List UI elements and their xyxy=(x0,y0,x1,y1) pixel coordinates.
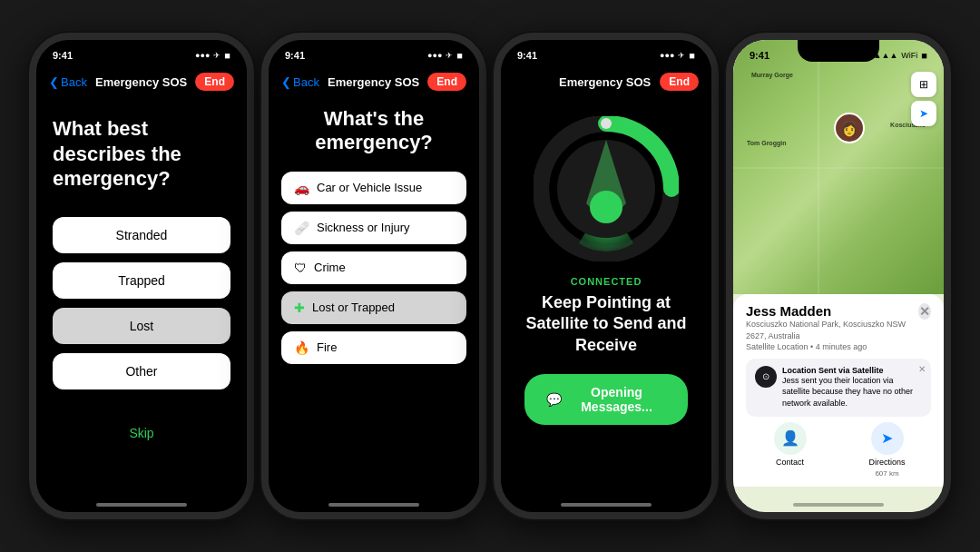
person-time: Satellite Location • 4 minutes ago xyxy=(746,341,918,353)
sickness-icon: 🩹 xyxy=(294,221,309,235)
crime-icon: 🛡 xyxy=(294,261,307,275)
chevron-left-icon: ❮ xyxy=(49,75,59,89)
map-label-tom: Tom Groggin xyxy=(747,140,786,146)
phone3-content: CONNECTED Keep Pointing at Satellite to … xyxy=(501,98,711,434)
map-area[interactable]: Murray Gorge Tom Groggin Kosciuszko 👩 ⊞ xyxy=(733,40,944,294)
option-car[interactable]: 🚗 Car or Vehicle Issue xyxy=(281,172,466,204)
time-3: 9:41 xyxy=(517,50,537,61)
messages-icon: 💬 xyxy=(546,392,562,407)
lost-trapped-icon: ✚ xyxy=(294,301,305,315)
end-button-3[interactable]: End xyxy=(660,73,699,91)
back-button-2[interactable]: ❮ Back xyxy=(281,75,319,89)
phone1-content: What best describes the emergency? Stran… xyxy=(36,98,247,449)
status-bar-4: 9:41 ▲▲▲WiFi■ xyxy=(733,40,944,65)
map-btn-location[interactable]: ➤ xyxy=(911,101,936,126)
notification-card: ⊙ Location Sent via Satellite Jess sent … xyxy=(746,359,931,417)
back-button-1[interactable]: ❮ Back xyxy=(49,75,87,89)
svg-point-5 xyxy=(590,191,622,223)
skip-link[interactable]: Skip xyxy=(53,426,230,440)
connected-text: Keep Pointing at Satellite to Send and R… xyxy=(515,292,697,356)
back-label-2: Back xyxy=(293,75,319,89)
messages-button[interactable]: 💬 Opening Messages... xyxy=(524,374,688,425)
option-sickness-label: Sickness or Injury xyxy=(317,221,410,234)
phone-4: 9:41 ▲▲▲WiFi■ Murray Gorge Tom Groggin K… xyxy=(726,33,951,519)
end-button-2[interactable]: End xyxy=(427,73,466,91)
phone-3: 9:41 ●●●✈■ Emergency SOS End xyxy=(494,33,719,519)
phone-1: 9:41 ●●●✈■ ❮ Back Emergency SOS End What… xyxy=(29,33,254,519)
fire-icon: 🔥 xyxy=(294,340,309,355)
nav-bar-3: Emergency SOS End xyxy=(501,65,711,98)
home-indicator-1 xyxy=(96,503,187,507)
location-arrow-icon: ➤ xyxy=(919,107,928,120)
map-pin: 👩 xyxy=(834,113,865,143)
question-2: What's the emergency? xyxy=(281,107,466,155)
directions-label: Directions xyxy=(868,458,905,467)
time-2: 9:41 xyxy=(285,50,305,61)
option-crime[interactable]: 🛡 Crime xyxy=(281,251,466,284)
nav-title-2: Emergency SOS xyxy=(328,75,419,89)
notification-title: Location Sent via Satellite xyxy=(782,366,922,375)
action-buttons: 👤 Contact ➤ Directions 607 km xyxy=(746,422,931,478)
notification-icon: ⊙ xyxy=(755,366,777,388)
option-stranded[interactable]: Stranded xyxy=(53,217,230,253)
time-4: 9:41 xyxy=(750,50,769,61)
person-location: Kosciuszko National Park, Kosciuszko NSW… xyxy=(746,319,918,341)
map-label-murray: Murray Gorge xyxy=(751,72,793,78)
directions-arrow-icon: ➤ xyxy=(881,429,893,447)
home-indicator-4 xyxy=(793,503,884,507)
notification-text: Jess sent you their location via satelli… xyxy=(782,375,922,409)
option-lost[interactable]: Lost xyxy=(53,308,230,344)
satellite-icon: ⊙ xyxy=(762,371,769,381)
option-other[interactable]: Other xyxy=(53,353,230,389)
back-label-1: Back xyxy=(61,75,87,89)
status-icons-4: ▲▲▲WiFi■ xyxy=(874,50,927,61)
option-car-label: Car or Vehicle Issue xyxy=(317,181,422,194)
notch-2 xyxy=(333,40,415,62)
connected-label: CONNECTED xyxy=(571,276,642,287)
contact-button[interactable]: 👤 Contact xyxy=(746,422,834,478)
contact-person-icon: 👤 xyxy=(781,429,799,447)
satellite-ring xyxy=(534,116,679,261)
map-background: Murray Gorge Tom Groggin Kosciuszko 👩 ⊞ xyxy=(733,40,944,294)
directions-icon-bg: ➤ xyxy=(871,422,904,455)
notification-close[interactable]: ✕ xyxy=(918,364,926,374)
option-fire-label: Fire xyxy=(317,340,337,354)
option-lost-trapped-label: Lost or Trapped xyxy=(312,301,395,314)
option-sickness[interactable]: 🩹 Sickness or Injury xyxy=(281,212,466,244)
status-icons-1: ●●●✈■ xyxy=(195,50,230,61)
close-button[interactable]: ✕ xyxy=(918,303,931,320)
map-buttons: ⊞ ➤ xyxy=(911,72,936,126)
option-lost-trapped[interactable]: ✚ Lost or Trapped xyxy=(281,291,466,324)
directions-distance: 607 km xyxy=(875,469,898,478)
map-btn-layers[interactable]: ⊞ xyxy=(911,72,936,97)
directions-button[interactable]: ➤ Directions 607 km xyxy=(843,422,931,478)
person-name: Jess Madden xyxy=(746,303,918,319)
option-crime-label: Crime xyxy=(314,261,346,274)
nav-bar-2: ❮ Back Emergency SOS End xyxy=(269,65,479,98)
question-1: What best describes the emergency? xyxy=(53,116,230,192)
info-header: Jess Madden Kosciuszko National Park, Ko… xyxy=(746,303,931,353)
phone2-content: What's the emergency? 🚗 Car or Vehicle I… xyxy=(269,98,479,380)
end-button-1[interactable]: End xyxy=(195,73,234,91)
notch-1 xyxy=(101,40,182,62)
contact-icon-bg: 👤 xyxy=(774,422,807,455)
layers-icon: ⊞ xyxy=(919,78,928,91)
chevron-left-icon-2: ❮ xyxy=(281,75,291,89)
car-icon: 🚗 xyxy=(294,181,309,195)
option-trapped[interactable]: Trapped xyxy=(53,262,230,299)
info-panel: Jess Madden Kosciuszko National Park, Ko… xyxy=(733,294,944,487)
option-fire[interactable]: 🔥 Fire xyxy=(281,331,466,364)
status-icons-2: ●●●✈■ xyxy=(427,50,463,61)
home-indicator-2 xyxy=(328,503,419,507)
notch-3 xyxy=(565,40,647,62)
phones-container: 9:41 ●●●✈■ ❮ Back Emergency SOS End What… xyxy=(20,24,960,528)
phone-2: 9:41 ●●●✈■ ❮ Back Emergency SOS End What… xyxy=(261,33,486,519)
nav-bar-1: ❮ Back Emergency SOS End xyxy=(36,65,247,98)
svg-point-3 xyxy=(601,118,612,129)
home-indicator-3 xyxy=(561,503,652,507)
nav-title-3: Emergency SOS xyxy=(559,75,651,89)
nav-title-1: Emergency SOS xyxy=(95,75,187,89)
messages-label: Opening Messages... xyxy=(567,385,666,414)
time-1: 9:41 xyxy=(53,50,73,61)
avatar-emoji: 👩 xyxy=(840,120,858,137)
